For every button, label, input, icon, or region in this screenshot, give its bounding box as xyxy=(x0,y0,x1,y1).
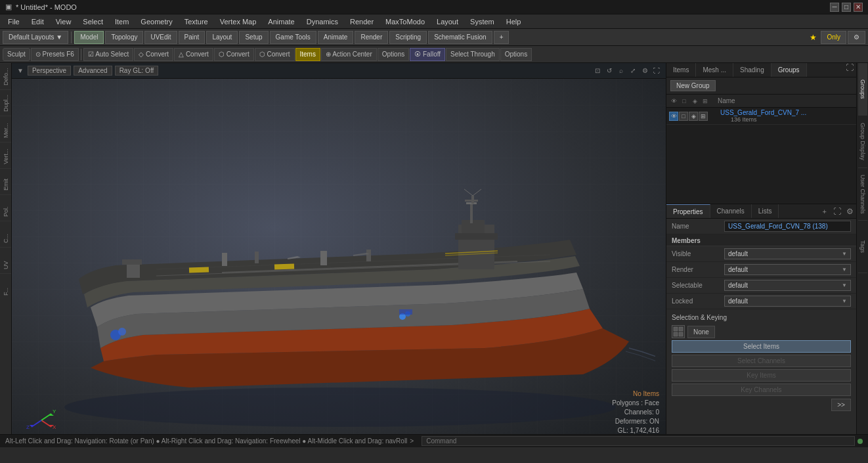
left-tab-dupl[interactable]: Dupl... xyxy=(0,89,11,116)
tab-paint[interactable]: Paint xyxy=(179,31,206,44)
options-btn-1[interactable]: Options xyxy=(378,48,409,61)
panel-expand-icon[interactable]: ⛶ xyxy=(843,63,856,77)
left-tab-f[interactable]: F... xyxy=(0,273,11,299)
arrow-icon[interactable]: > xyxy=(410,437,414,445)
viewport-canvas[interactable]: X Y Z No Items Polygons : Face Channels:… xyxy=(12,79,666,434)
menu-view[interactable]: View xyxy=(51,14,77,28)
props-add-tab[interactable]: + xyxy=(819,208,831,215)
camera-icon[interactable]: ⊡ xyxy=(592,66,603,76)
presets-btn[interactable]: ⊙ Presets F6 xyxy=(31,48,79,61)
group-eye-icon[interactable]: 👁 xyxy=(669,112,678,121)
fit-icon[interactable]: ⤢ xyxy=(628,66,638,76)
left-tab-emit[interactable]: Emit xyxy=(0,168,11,194)
panel-tab-shading[interactable]: Shading xyxy=(733,63,771,77)
visible-dropdown[interactable]: default xyxy=(724,248,851,259)
menu-animate[interactable]: Animate xyxy=(263,14,299,28)
menu-layout[interactable]: Layout xyxy=(431,14,464,28)
fullscreen-icon[interactable]: ⛶ xyxy=(651,66,662,76)
tab-layout[interactable]: Layout xyxy=(206,31,238,44)
left-tab-c[interactable]: C... xyxy=(0,221,11,247)
tab-setup[interactable]: Setup xyxy=(239,31,268,44)
options-btn-2[interactable]: Options xyxy=(500,48,532,61)
left-tab-mer[interactable]: Mer... xyxy=(0,116,11,142)
key-channels-button[interactable]: Key Channels xyxy=(672,384,851,396)
vtab-tags[interactable]: Tags xyxy=(858,221,867,273)
menu-file[interactable]: File xyxy=(3,14,25,28)
convert-btn-3[interactable]: ⬡ Convert xyxy=(214,48,254,61)
locked-dropdown[interactable]: default xyxy=(724,296,851,307)
sculpt-btn[interactable]: Sculpt xyxy=(3,48,30,61)
group-row-uss[interactable]: 👁 □ ◈ ⊞ USS_Gerald_Ford_CVN_7 ... 136 It… xyxy=(666,108,856,125)
props-settings-icon[interactable]: ⚙ xyxy=(844,207,856,216)
tab-add[interactable]: + xyxy=(494,31,510,44)
group-mesh-icon[interactable]: ⊞ xyxy=(699,112,708,121)
settings-icon[interactable]: ⚙ xyxy=(640,66,650,76)
menu-geometry[interactable]: Geometry xyxy=(135,14,177,28)
vtab-user-channels[interactable]: User Channels xyxy=(858,168,867,221)
menu-edit[interactable]: Edit xyxy=(26,14,49,28)
panel-tab-items[interactable]: Items xyxy=(666,63,696,77)
titlebar-controls[interactable]: ─ □ ✕ xyxy=(830,3,863,12)
props-expand-icon[interactable]: ⛶ xyxy=(831,207,844,216)
close-button[interactable]: ✕ xyxy=(854,3,863,12)
settings-btn[interactable]: ⚙ xyxy=(848,31,865,44)
layout-dropdown[interactable]: Default Layouts ▼ xyxy=(3,31,68,44)
menu-render[interactable]: Render xyxy=(345,14,379,28)
rotate-icon[interactable]: ↺ xyxy=(604,66,615,76)
action-center-btn[interactable]: ⊕ Action Center xyxy=(321,48,377,61)
convert-btn-4[interactable]: ⬡ Convert xyxy=(255,48,295,61)
convert-btn-2[interactable]: △ Convert xyxy=(174,48,213,61)
double-arrow-btn[interactable]: >> xyxy=(831,399,851,411)
menu-vertex-map[interactable]: Vertex Map xyxy=(215,14,262,28)
vtab-groups[interactable]: Groups xyxy=(858,63,867,116)
group-lock-icon[interactable]: □ xyxy=(679,112,688,121)
left-tab-pol[interactable]: Pol. xyxy=(0,194,11,221)
items-btn[interactable]: Items xyxy=(295,48,320,61)
vtab-group-display[interactable]: Group Display xyxy=(858,116,867,168)
props-tab-lists[interactable]: Lists xyxy=(752,204,779,218)
only-btn[interactable]: Only xyxy=(821,31,846,44)
props-tab-properties[interactable]: Properties xyxy=(666,204,710,218)
viewport-expand-icon[interactable]: ▼ xyxy=(16,66,25,76)
menu-help[interactable]: Help xyxy=(501,14,527,28)
left-tab-defo[interactable]: Defo... xyxy=(0,63,11,89)
tab-scripting[interactable]: Scripting xyxy=(389,31,427,44)
select-items-button[interactable]: Select Items xyxy=(672,340,851,353)
tab-animate[interactable]: Animate xyxy=(318,31,354,44)
tab-topology[interactable]: Topology xyxy=(105,31,143,44)
menu-system[interactable]: System xyxy=(465,14,500,28)
convert-btn-1[interactable]: ◇ Convert xyxy=(134,48,173,61)
left-tab-uv[interactable]: UV xyxy=(0,247,11,273)
perspective-btn[interactable]: Perspective xyxy=(28,66,71,76)
command-input[interactable] xyxy=(422,436,855,446)
select-through-btn[interactable]: Select Through xyxy=(446,48,500,61)
props-tab-channels[interactable]: Channels xyxy=(710,204,752,218)
tab-render[interactable]: Render xyxy=(355,31,388,44)
panel-tab-mesh[interactable]: Mesh ... xyxy=(696,63,733,77)
name-field[interactable]: USS_Gerald_Ford_CVN_78 (138) xyxy=(724,221,851,232)
tab-schematic[interactable]: Schematic Fusion xyxy=(428,31,492,44)
falloff-btn[interactable]: ⦿ Falloff xyxy=(410,48,445,61)
maximize-button[interactable]: □ xyxy=(842,3,851,12)
panel-tab-groups[interactable]: Groups xyxy=(771,63,807,77)
menu-select[interactable]: Select xyxy=(77,14,108,28)
minimize-button[interactable]: ─ xyxy=(830,3,839,12)
key-items-button[interactable]: Key Items xyxy=(672,369,851,382)
tab-uvedit[interactable]: UVEdit xyxy=(144,31,177,44)
menu-dynamics[interactable]: Dynamics xyxy=(301,14,343,28)
tab-model[interactable]: Model xyxy=(74,31,104,44)
menu-max-to-modo[interactable]: MaxToModo xyxy=(380,14,430,28)
zoom-icon[interactable]: ⌕ xyxy=(616,66,626,76)
new-group-button[interactable]: New Group xyxy=(670,80,716,91)
menu-item[interactable]: Item xyxy=(110,14,134,28)
group-vis-icon[interactable]: ◈ xyxy=(689,112,698,121)
tab-game-tools[interactable]: Game Tools xyxy=(270,31,316,44)
advanced-btn[interactable]: Advanced xyxy=(74,66,112,76)
auto-select-btn[interactable]: ☑ Auto Select xyxy=(83,48,133,61)
select-channels-button[interactable]: Select Channels xyxy=(672,355,851,367)
ray-off-btn[interactable]: Ray GL: Off xyxy=(115,66,159,76)
none-btn[interactable]: None xyxy=(687,326,715,338)
3d-viewport[interactable]: ▼ Perspective Advanced Ray GL: Off ⊡ ↺ ⌕… xyxy=(12,63,666,434)
render-dropdown[interactable]: default xyxy=(724,264,851,275)
selectable-dropdown[interactable]: default xyxy=(724,280,851,291)
